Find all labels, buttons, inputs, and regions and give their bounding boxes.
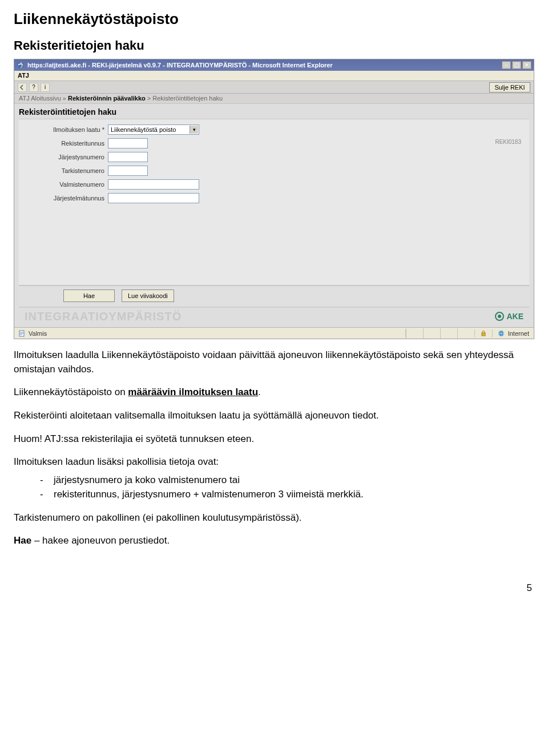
breadcrumb-part-2[interactable]: Rekisteröinnin päävalikko <box>68 95 146 102</box>
list-item: -järjestysnumero ja koko valmistenumero … <box>40 473 534 488</box>
breadcrumb: ATJ Aloitussivu » Rekisteröinnin päävali… <box>14 94 534 104</box>
hae-button[interactable]: Hae <box>63 289 115 302</box>
paragraph: Ilmoituksen laadun lisäksi pakollisia ti… <box>14 455 534 469</box>
info-icon[interactable]: i <box>41 83 50 92</box>
minimize-button[interactable]: – <box>502 61 511 69</box>
ake-logo-icon <box>495 312 504 321</box>
ilmoituksen-laatu-select[interactable]: Liikennekäytöstä poisto ▾ <box>108 124 199 135</box>
paragraph: Tarkistenumero on pakollinen (ei pakolli… <box>14 511 534 525</box>
bullet-list: -järjestysnumero ja koko valmistenumero … <box>40 473 534 502</box>
jarjestelmatunnus-label: Järjestelmätunnus <box>19 195 108 202</box>
rekisteritunnus-input[interactable] <box>108 138 148 148</box>
lue-viivakoodi-button[interactable]: Lue viivakoodi <box>122 289 174 302</box>
jarjestysnumero-input[interactable] <box>108 152 148 162</box>
globe-icon <box>497 329 505 337</box>
toolbar: ? i Sulje REKI <box>14 81 534 94</box>
ake-logo: AKE <box>495 312 523 321</box>
rekisteritunnus-label: Rekisteritunnus <box>19 140 108 147</box>
close-reky-button[interactable]: Sulje REKI <box>489 82 530 93</box>
window-title: https://atjtesti.ake.fi - REKI-järjestel… <box>27 62 502 69</box>
form-panel: REKI0183 Ilmoituksen laatu * Liikennekäy… <box>19 119 529 285</box>
page-title: Rekisteröintitietojen haku <box>19 107 529 116</box>
ilmoituksen-laatu-label: Ilmoituksen laatu * <box>19 126 108 133</box>
maximize-button[interactable]: ▢ <box>512 61 521 69</box>
paragraph: Hae – hakee ajoneuvon perustiedot. <box>14 534 534 548</box>
tarkistenumero-input[interactable] <box>108 166 148 176</box>
valmistenumero-label: Valmistenumero <box>19 181 108 188</box>
jarjestysnumero-label: Järjestysnumero <box>19 154 108 160</box>
tarkistenumero-label: Tarkistenumero <box>19 167 108 174</box>
ie-icon <box>17 61 25 69</box>
screen-code: REKI0183 <box>495 139 521 145</box>
jarjestelmatunnus-input[interactable] <box>108 193 199 203</box>
browser-window: https://atjtesti.ake.fi - REKI-järjestel… <box>14 59 534 339</box>
status-zone: Internet <box>508 330 529 337</box>
valmistenumero-input[interactable] <box>108 179 199 190</box>
status-ready: Valmis <box>29 330 47 337</box>
paragraph: Ilmoituksen laadulla Liikennekäytöstäpoi… <box>14 348 534 376</box>
back-button[interactable] <box>18 83 27 92</box>
lock-icon <box>480 329 487 337</box>
help-icon[interactable]: ? <box>29 83 38 92</box>
status-bar: Valmis Internet <box>14 327 534 339</box>
breadcrumb-part-3: Rekisteröintitietojen haku <box>152 95 223 102</box>
doc-heading-1: Liikennekäytöstäpoisto <box>14 10 534 28</box>
ake-logo-text: AKE <box>506 312 523 321</box>
window-titlebar: https://atjtesti.ake.fi - REKI-järjestel… <box>14 59 534 71</box>
menubar[interactable]: ATJ <box>14 71 534 81</box>
close-window-button[interactable]: ✕ <box>522 61 531 69</box>
breadcrumb-part-1[interactable]: ATJ Aloitussivu <box>19 95 61 102</box>
paragraph: Huom! ATJ:ssa rekisterilajia ei syötetä … <box>14 432 534 447</box>
page-number: 5 <box>14 582 534 594</box>
svg-rect-2 <box>482 333 485 336</box>
ilmoituksen-laatu-value: Liikennekäytöstä poisto <box>111 126 176 133</box>
paragraph: Rekisteröinti aloitetaan valitsemalla il… <box>14 409 534 423</box>
doc-heading-2: Rekisteritietojen haku <box>14 38 534 53</box>
watermark: INTEGRAATIOYMPÄRISTÖ <box>25 310 182 323</box>
list-item: -rekisteritunnus, järjestysnumero + valm… <box>40 487 534 502</box>
chevron-down-icon: ▾ <box>190 126 198 134</box>
paragraph: Liikennekäytöstäpoisto on määräävin ilmo… <box>14 385 534 400</box>
document-icon <box>18 329 26 337</box>
